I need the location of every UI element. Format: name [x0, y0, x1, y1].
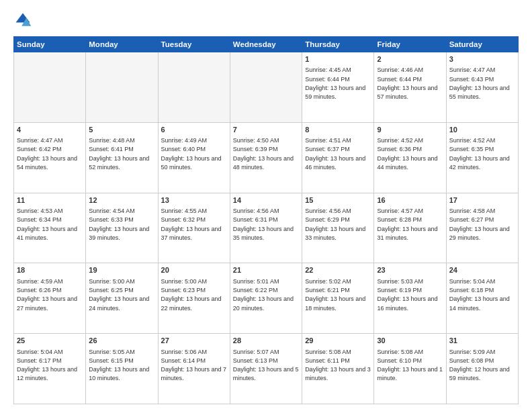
day-info: Sunrise: 4:48 AMSunset: 6:41 PMDaylight:…	[89, 137, 149, 171]
day-number: 12	[89, 195, 154, 205]
day-number: 31	[449, 336, 515, 346]
day-info: Sunrise: 4:50 AMSunset: 6:39 PMDaylight:…	[233, 137, 294, 171]
day-number: 21	[233, 265, 299, 275]
day-number: 15	[305, 195, 371, 205]
calendar-cell: 11Sunrise: 4:53 AMSunset: 6:34 PMDayligh…	[14, 193, 86, 263]
day-info: Sunrise: 5:00 AMSunset: 6:23 PMDaylight:…	[161, 278, 222, 312]
calendar-table: SundayMondayTuesdayWednesdayThursdayFrid…	[13, 36, 519, 404]
calendar-cell: 15Sunrise: 4:56 AMSunset: 6:29 PMDayligh…	[302, 193, 374, 263]
day-number: 17	[449, 195, 515, 205]
day-info: Sunrise: 4:52 AMSunset: 6:36 PMDaylight:…	[377, 137, 437, 171]
day-number: 10	[449, 125, 515, 135]
calendar-cell: 22Sunrise: 5:02 AMSunset: 6:21 PMDayligh…	[302, 263, 374, 334]
day-info: Sunrise: 4:51 AMSunset: 6:37 PMDaylight:…	[305, 137, 365, 171]
weekday-tuesday: Tuesday	[158, 37, 230, 52]
weekday-monday: Monday	[86, 37, 158, 52]
calendar-cell: 20Sunrise: 5:00 AMSunset: 6:23 PMDayligh…	[158, 263, 230, 334]
calendar-cell: 3Sunrise: 4:47 AMSunset: 6:43 PMDaylight…	[446, 52, 518, 123]
day-number: 3	[449, 54, 515, 64]
day-info: Sunrise: 5:03 AMSunset: 6:19 PMDaylight:…	[377, 278, 437, 312]
calendar-cell: 7Sunrise: 4:50 AMSunset: 6:39 PMDaylight…	[230, 122, 302, 193]
calendar-cell: 10Sunrise: 4:52 AMSunset: 6:35 PMDayligh…	[446, 122, 518, 193]
calendar-cell: 17Sunrise: 4:58 AMSunset: 6:27 PMDayligh…	[446, 193, 518, 263]
day-info: Sunrise: 4:57 AMSunset: 6:28 PMDaylight:…	[377, 208, 437, 241]
calendar-cell: 9Sunrise: 4:52 AMSunset: 6:36 PMDaylight…	[374, 122, 446, 193]
day-info: Sunrise: 5:07 AMSunset: 6:13 PMDaylight:…	[233, 349, 299, 382]
day-number: 23	[377, 265, 443, 275]
calendar-cell: 5Sunrise: 4:48 AMSunset: 6:41 PMDaylight…	[86, 122, 158, 193]
day-info: Sunrise: 4:55 AMSunset: 6:32 PMDaylight:…	[161, 208, 222, 241]
week-row-2: 11Sunrise: 4:53 AMSunset: 6:34 PMDayligh…	[14, 193, 519, 263]
calendar-cell: 21Sunrise: 5:01 AMSunset: 6:22 PMDayligh…	[230, 263, 302, 334]
day-number: 28	[233, 336, 299, 346]
day-number: 27	[161, 336, 227, 346]
header	[13, 11, 519, 30]
day-info: Sunrise: 4:45 AMSunset: 6:44 PMDaylight:…	[305, 66, 365, 100]
calendar-cell: 31Sunrise: 5:09 AMSunset: 6:08 PMDayligh…	[446, 334, 518, 404]
weekday-thursday: Thursday	[302, 37, 374, 52]
calendar-cell: 18Sunrise: 4:59 AMSunset: 6:26 PMDayligh…	[14, 263, 86, 334]
logo-icon	[13, 11, 32, 30]
calendar-cell: 4Sunrise: 4:47 AMSunset: 6:42 PMDaylight…	[14, 122, 86, 193]
day-number: 4	[17, 125, 83, 135]
calendar-cell: 26Sunrise: 5:05 AMSunset: 6:15 PMDayligh…	[86, 334, 158, 404]
calendar-cell	[158, 52, 230, 123]
calendar-cell: 13Sunrise: 4:55 AMSunset: 6:32 PMDayligh…	[158, 193, 230, 263]
day-info: Sunrise: 4:58 AMSunset: 6:27 PMDaylight:…	[449, 208, 510, 241]
day-number: 20	[161, 265, 227, 275]
calendar-cell: 19Sunrise: 5:00 AMSunset: 6:25 PMDayligh…	[86, 263, 158, 334]
calendar-cell	[14, 52, 86, 123]
day-number: 30	[377, 336, 443, 346]
day-info: Sunrise: 4:49 AMSunset: 6:40 PMDaylight:…	[161, 137, 222, 171]
day-info: Sunrise: 4:46 AMSunset: 6:44 PMDaylight:…	[377, 66, 437, 100]
calendar-cell: 23Sunrise: 5:03 AMSunset: 6:19 PMDayligh…	[374, 263, 446, 334]
weekday-header-row: SundayMondayTuesdayWednesdayThursdayFrid…	[14, 37, 519, 52]
day-info: Sunrise: 5:04 AMSunset: 6:17 PMDaylight:…	[17, 349, 77, 382]
calendar-cell: 25Sunrise: 5:04 AMSunset: 6:17 PMDayligh…	[14, 334, 86, 404]
day-info: Sunrise: 5:08 AMSunset: 6:11 PMDaylight:…	[305, 349, 371, 382]
day-number: 11	[17, 195, 83, 205]
day-number: 29	[305, 336, 371, 346]
page: SundayMondayTuesdayWednesdayThursdayFrid…	[0, 0, 532, 411]
calendar-cell: 29Sunrise: 5:08 AMSunset: 6:11 PMDayligh…	[302, 334, 374, 404]
weekday-wednesday: Wednesday	[230, 37, 302, 52]
day-number: 7	[233, 125, 299, 135]
day-info: Sunrise: 5:06 AMSunset: 6:14 PMDaylight:…	[161, 349, 227, 382]
day-info: Sunrise: 4:56 AMSunset: 6:29 PMDaylight:…	[305, 208, 365, 241]
day-number: 13	[161, 195, 227, 205]
day-number: 9	[377, 125, 443, 135]
weekday-friday: Friday	[374, 37, 446, 52]
calendar-cell: 27Sunrise: 5:06 AMSunset: 6:14 PMDayligh…	[158, 334, 230, 404]
day-info: Sunrise: 4:47 AMSunset: 6:43 PMDaylight:…	[449, 66, 510, 100]
day-number: 24	[449, 265, 515, 275]
day-info: Sunrise: 5:08 AMSunset: 6:10 PMDaylight:…	[377, 349, 443, 382]
weekday-sunday: Sunday	[14, 37, 86, 52]
day-number: 8	[305, 125, 371, 135]
day-number: 5	[89, 125, 154, 135]
calendar-cell: 2Sunrise: 4:46 AMSunset: 6:44 PMDaylight…	[374, 52, 446, 123]
week-row-3: 18Sunrise: 4:59 AMSunset: 6:26 PMDayligh…	[14, 263, 519, 334]
day-info: Sunrise: 5:04 AMSunset: 6:18 PMDaylight:…	[449, 278, 510, 312]
day-number: 14	[233, 195, 299, 205]
calendar-cell: 12Sunrise: 4:54 AMSunset: 6:33 PMDayligh…	[86, 193, 158, 263]
calendar-cell: 24Sunrise: 5:04 AMSunset: 6:18 PMDayligh…	[446, 263, 518, 334]
day-number: 1	[305, 54, 371, 64]
day-number: 19	[89, 265, 154, 275]
calendar-cell	[230, 52, 302, 123]
week-row-4: 25Sunrise: 5:04 AMSunset: 6:17 PMDayligh…	[14, 334, 519, 404]
day-info: Sunrise: 5:00 AMSunset: 6:25 PMDaylight:…	[89, 278, 149, 312]
day-number: 2	[377, 54, 443, 64]
day-number: 26	[89, 336, 154, 346]
calendar-cell	[86, 52, 158, 123]
day-number: 16	[377, 195, 443, 205]
day-number: 22	[305, 265, 371, 275]
weekday-saturday: Saturday	[446, 37, 518, 52]
day-info: Sunrise: 5:09 AMSunset: 6:08 PMDaylight:…	[449, 349, 510, 382]
week-row-0: 1Sunrise: 4:45 AMSunset: 6:44 PMDaylight…	[14, 52, 519, 123]
calendar-cell: 1Sunrise: 4:45 AMSunset: 6:44 PMDaylight…	[302, 52, 374, 123]
day-info: Sunrise: 4:59 AMSunset: 6:26 PMDaylight:…	[17, 278, 77, 312]
day-info: Sunrise: 4:54 AMSunset: 6:33 PMDaylight:…	[89, 208, 149, 241]
day-number: 6	[161, 125, 227, 135]
day-info: Sunrise: 5:05 AMSunset: 6:15 PMDaylight:…	[89, 349, 149, 382]
week-row-1: 4Sunrise: 4:47 AMSunset: 6:42 PMDaylight…	[14, 122, 519, 193]
